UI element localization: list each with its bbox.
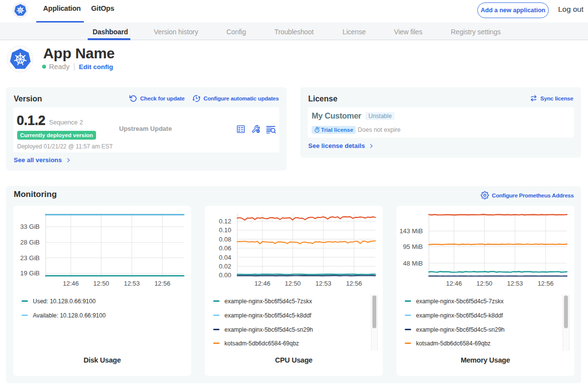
svg-text:19 GiB: 19 GiB	[20, 269, 40, 277]
svg-text:0.12: 0.12	[219, 218, 231, 225]
svg-text:48 MiB: 48 MiB	[403, 260, 423, 267]
svg-text:0.08: 0.08	[219, 236, 231, 243]
svg-text:12:50: 12:50	[93, 280, 109, 287]
svg-text:12:56: 12:56	[346, 280, 362, 287]
svg-text:0.06: 0.06	[219, 244, 231, 252]
svg-text:12:50: 12:50	[476, 280, 492, 287]
svg-text:12:53: 12:53	[124, 280, 140, 287]
svg-text:12:53: 12:53	[507, 280, 523, 287]
svg-text:12:46: 12:46	[446, 280, 462, 287]
svg-text:0.10: 0.10	[219, 226, 231, 234]
svg-text:12:46: 12:46	[254, 280, 270, 287]
svg-text:95 MiB: 95 MiB	[403, 243, 423, 250]
svg-text:143 MiB: 143 MiB	[399, 227, 423, 235]
svg-text:0.02: 0.02	[219, 263, 231, 270]
svg-text:12:53: 12:53	[316, 280, 332, 287]
svg-text:0.04: 0.04	[219, 254, 231, 261]
svg-text:28 GiB: 28 GiB	[20, 239, 40, 246]
svg-text:12:50: 12:50	[285, 280, 301, 287]
svg-text:0.00: 0.00	[219, 271, 231, 279]
svg-text:23 GiB: 23 GiB	[20, 254, 40, 262]
svg-text:12:56: 12:56	[154, 280, 171, 287]
svg-text:12:46: 12:46	[63, 280, 79, 287]
svg-text:33 GiB: 33 GiB	[20, 223, 40, 230]
svg-text:12:56: 12:56	[538, 280, 554, 287]
